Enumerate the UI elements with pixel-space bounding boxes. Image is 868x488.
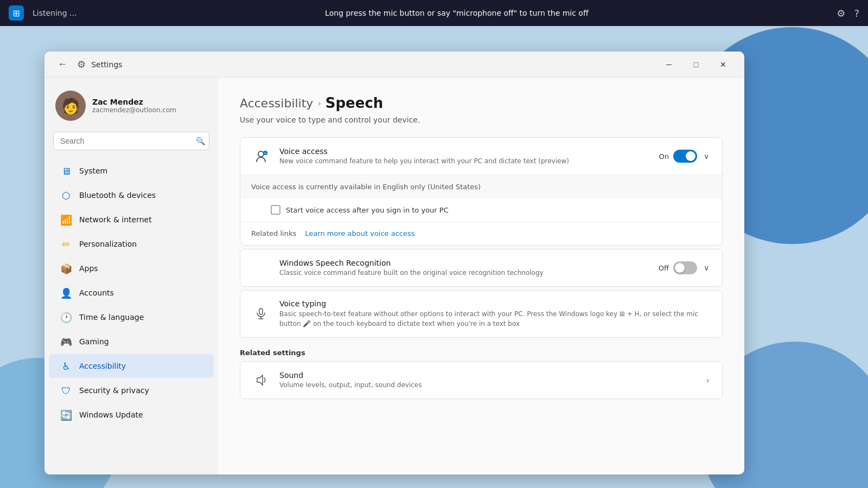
voice-access-card: + Voice access New voice command feature… [240,137,723,246]
svg-rect-3 [259,309,263,314]
back-button[interactable]: ← [53,56,72,72]
windows-speech-desc: Classic voice command feature built on t… [279,268,650,278]
sidebar-item-label: Network & internet [79,215,152,224]
sidebar-item-time[interactable]: 🕐 Time & language [49,305,214,329]
main-area: 🧑 Zac Mendez zacmendez@outloon.com 🔍 🖥 S… [44,78,744,474]
voice-typing-desc: Basic speech-to-text feature without oth… [279,309,711,329]
user-profile: 🧑 Zac Mendez zacmendez@outloon.com [44,86,218,132]
voice-access-checkbox[interactable] [271,205,280,215]
voice-typing-title: Voice typing [279,299,711,308]
sound-title: Sound [279,371,695,380]
voice-access-expand-button[interactable]: ∨ [701,150,711,163]
close-button[interactable]: ✕ [711,56,736,73]
maximize-button[interactable]: □ [684,56,709,73]
sidebar-item-network[interactable]: 📶 Network & internet [49,208,214,232]
sidebar-item-bluetooth[interactable]: ⬡ Bluetooth & devices [49,183,214,207]
sidebar-item-personalization[interactable]: ✏️ Personalization [49,232,214,256]
sidebar-item-label: Time & language [79,313,144,322]
breadcrumb-current: Speech [326,95,384,111]
search-input[interactable] [53,132,209,150]
security-icon: 🛡 [60,384,73,397]
topbar-settings-icon[interactable]: ⚙ [837,8,845,19]
sidebar-item-label: Personalization [79,240,137,248]
top-bar-controls: ⚙ ? [837,8,859,19]
bluetooth-icon: ⬡ [60,189,73,202]
toggle-track[interactable] [673,150,697,163]
sidebar-item-security[interactable]: 🛡 Security & privacy [49,378,214,402]
voice-access-state: On [659,152,669,160]
toggle-knob [686,151,695,161]
gaming-icon: 🎮 [60,335,73,348]
sound-card[interactable]: Sound Volume levels, output, input, soun… [240,361,723,399]
avatar: 🧑 [55,91,86,121]
voice-typing-row: Voice typing Basic speech-to-text featur… [240,291,722,337]
sidebar-item-label: Bluetooth & devices [79,191,156,200]
learn-more-link[interactable]: Learn more about voice access [305,229,414,237]
sidebar-item-accounts[interactable]: 👤 Accounts [49,281,214,305]
voice-typing-text: Voice typing Basic speech-to-text featur… [279,299,711,329]
sound-row[interactable]: Sound Volume levels, output, input, soun… [240,362,722,399]
breadcrumb-parent[interactable]: Accessibility [240,97,313,110]
toggle-track-off[interactable] [673,261,697,274]
user-email: zacmendez@outloon.com [92,106,207,114]
windows-speech-icon [251,258,271,278]
sidebar-item-label: Accounts [79,288,114,297]
svg-point-0 [258,151,264,157]
content-area: Accessibility › Speech Use your voice to… [218,78,744,474]
voice-typing-card: Voice typing Basic speech-to-text featur… [240,290,723,338]
sound-text: Sound Volume levels, output, input, soun… [279,371,695,390]
sidebar-item-label: Security & privacy [79,386,149,395]
windows-speech-state: Off [659,264,669,272]
windows-update-icon: 🔄 [60,408,73,421]
search-button[interactable]: 🔍 [196,137,205,145]
app-icon: ⊞ [9,5,24,21]
sidebar-item-label: Gaming [79,337,109,346]
apps-icon: 📦 [60,262,73,275]
sidebar-item-apps[interactable]: 📦 Apps [49,256,214,280]
top-bar: ⊞ Listening ... Long press the mic butto… [0,0,868,26]
minimize-button[interactable]: ─ [656,56,681,73]
sidebar-item-label: System [79,166,107,175]
voice-access-checkbox-label: Start voice access after you sign in to … [286,206,449,214]
windows-speech-title: Windows Speech Recognition [279,259,650,267]
system-icon: 🖥 [60,164,73,177]
sound-desc: Volume levels, output, input, sound devi… [279,381,695,390]
windows-speech-card: Windows Speech Recognition Classic voice… [240,249,723,287]
sound-chevron-button[interactable]: › [704,374,711,387]
voice-access-icon: + [251,146,271,166]
windows-speech-row: Windows Speech Recognition Classic voice… [240,249,722,286]
sidebar-item-accessibility[interactable]: ♿ Accessibility [49,354,214,378]
voice-access-desc: New voice command feature to help you in… [279,157,650,166]
search-box: 🔍 [53,132,209,150]
window-controls: ─ □ ✕ [656,56,736,73]
related-settings-heading: Related settings [240,349,723,357]
accounts-icon: 👤 [60,286,73,299]
windows-speech-text: Windows Speech Recognition Classic voice… [279,259,650,278]
time-icon: 🕐 [60,311,73,324]
title-bar-settings-icon: ⚙ [77,59,86,70]
windows-speech-expand-button[interactable]: ∨ [701,261,711,274]
user-name: Zac Mendez [92,98,207,106]
sidebar-item-windows-update[interactable]: 🔄 Windows Update [49,403,214,427]
related-links-row: Related links Learn more about voice acc… [240,221,722,245]
window-title: Settings [91,60,651,69]
windows-speech-toggle[interactable] [673,261,697,274]
sidebar-item-system[interactable]: 🖥 System [49,159,214,183]
svg-marker-6 [257,375,263,385]
toggle-knob-off [675,263,685,273]
voice-typing-icon [251,304,271,324]
windows-speech-controls: Off ∨ [659,261,711,274]
title-bar: ← ⚙ Settings ─ □ ✕ [44,52,744,78]
voice-access-toggle[interactable] [673,150,697,163]
breadcrumb-separator: › [317,98,321,108]
sidebar: 🧑 Zac Mendez zacmendez@outloon.com 🔍 🖥 S… [44,78,218,474]
sound-right: › [704,374,711,387]
topbar-help-icon[interactable]: ? [854,8,859,19]
svg-text:+: + [264,151,266,155]
sidebar-item-gaming[interactable]: 🎮 Gaming [49,330,214,354]
page-subtitle: Use your voice to type and control your … [240,115,723,124]
sidebar-item-label: Apps [79,264,98,273]
sidebar-item-label: Windows Update [79,410,143,419]
breadcrumb: Accessibility › Speech [240,95,723,111]
user-info: Zac Mendez zacmendez@outloon.com [92,98,207,114]
